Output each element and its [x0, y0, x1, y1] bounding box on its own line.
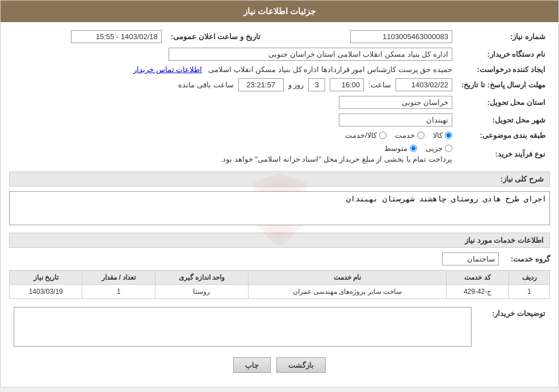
category-kala: کالا	[433, 131, 452, 140]
buyer-org-row: نام دستگاه خریدار: اداره کل بنیاد مسکن ا…	[9, 45, 550, 63]
announcement-date-box: 1403/02/18 - 15:55	[71, 30, 162, 43]
deadline-value: 1403/02/22 ساعت: 16:00 3 روز و 23:21:57 …	[9, 76, 457, 94]
back-button[interactable]: بازگشت	[276, 357, 326, 373]
purchase-type-radio-group: جزیی متوسط	[14, 144, 452, 153]
province-label: استان محل تحویل:	[457, 94, 550, 111]
services-table-header-row: ردیف کد خدمت نام خدمت واحد اندازه گیری ت…	[10, 271, 550, 285]
need-number-row: شماره نیاز: 1103005463000083 تاریخ و ساع…	[9, 28, 550, 45]
purchase-type-value: جزیی متوسط پرداخت تمام یا بخشی از مبلغ خ…	[9, 142, 457, 166]
table-cell-service_code: ج-42-429	[446, 285, 509, 299]
creator-text: حمیده حق پرست کارشناس امور قراردادها ادا…	[208, 65, 452, 74]
creator-label: ایجاد کننده درخواست:	[457, 63, 550, 76]
buyer-desc-table: توضیحات خریدار:	[9, 305, 550, 349]
table-cell-service_name: ساخت سایر پروژه‌های مهندسی عمران	[249, 285, 447, 299]
services-table-body: 1ج-42-429ساخت سایر پروژه‌های مهندسی عمرا…	[10, 285, 550, 299]
col-service-code: کد خدمت	[446, 271, 509, 285]
general-desc-textarea[interactable]	[9, 191, 550, 225]
content-area: شماره نیاز: 1103005463000083 تاریخ و ساع…	[1, 22, 558, 387]
page-wrapper: جزئیات اطلاعات نیاز شماره نیاز: 11030054…	[0, 0, 559, 387]
category-kala-khedmat-label: کالا/خدمت	[345, 131, 377, 140]
deadline-days-box: 3	[308, 78, 325, 91]
buyer-org-label: نام دستگاه خریدار:	[457, 45, 550, 63]
category-radio-group: کالا خدمت کالا/خدمت	[14, 131, 452, 140]
city-value: نهبندان	[9, 111, 457, 129]
province-box: خراسان جنوبی	[339, 96, 452, 109]
buyer-desc-label: توضیحات خریدار:	[476, 305, 550, 349]
category-kala-label: کالا	[433, 131, 443, 140]
general-desc-label: شرح کلی نیاز:	[500, 175, 544, 183]
general-desc-area: // We'll populate this via DOM after ren…	[9, 191, 550, 227]
purchase-type-note: پرداخت تمام یا بخشی از مبلغ خریداز محل "…	[14, 155, 452, 163]
col-date: تاریخ نیاز	[10, 271, 82, 285]
category-kala-khedmat: کالا/خدمت	[345, 131, 386, 140]
purchase-jozi-label: جزیی	[426, 144, 443, 153]
print-button[interactable]: چاپ	[233, 357, 271, 373]
buyer-org-value: اداره کل بنیاد مسکن انقلاب اسلامی استان …	[9, 45, 457, 63]
deadline-date-box: 1403/02/22	[396, 78, 452, 91]
category-kala-khedmat-radio[interactable]	[379, 132, 386, 139]
table-cell-unit: روستا	[155, 285, 248, 299]
buyer-org-box: اداره کل بنیاد مسکن انقلاب اسلامی استان …	[169, 48, 452, 61]
deadline-fields: 1403/02/22 ساعت: 16:00 3 روز و 23:21:57 …	[14, 78, 452, 91]
deadline-label: مهلت ارسال پاسخ: تا تاریخ:	[457, 76, 550, 94]
creator-value: حمیده حق پرست کارشناس امور قراردادها ادا…	[9, 63, 457, 76]
purchase-type-row: نوع فرآیند خرید: جزیی متوسط پرداخت تمام …	[9, 142, 550, 166]
col-service-name: نام خدمت	[249, 271, 447, 285]
service-group-label: گروه خدمت:	[505, 255, 550, 263]
purchase-jozi-radio[interactable]	[445, 145, 452, 152]
announcement-date-value: 1403/02/18 - 15:55	[9, 28, 166, 45]
table-cell-date: 1403/03/19	[10, 285, 82, 299]
services-table-head: ردیف کد خدمت نام خدمت واحد اندازه گیری ت…	[10, 271, 550, 285]
col-rownum: ردیف	[509, 271, 550, 285]
province-row: استان محل تحویل: خراسان جنوبی	[9, 94, 550, 111]
purchase-motevaset-radio[interactable]	[410, 145, 417, 152]
buyer-desc-cell	[9, 305, 476, 349]
purchase-motevaset-label: متوسط	[384, 144, 407, 153]
purchase-motevaset: متوسط	[384, 144, 417, 153]
announcement-date-label: تاریخ و ساعت اعلان عمومی:	[166, 28, 265, 45]
category-kala-radio[interactable]	[445, 132, 452, 139]
table-cell-row_num: 1	[509, 285, 550, 299]
service-group-row: گروه خدمت: ساختمان	[9, 252, 550, 265]
buyer-desc-row: توضیحات خریدار:	[9, 305, 550, 349]
deadline-remaining-box: 23:21:57	[238, 78, 284, 91]
deadline-days-label: روز و	[288, 81, 304, 89]
need-number-box: 1103005463000083	[350, 30, 452, 43]
province-value: خراسان جنوبی	[9, 94, 457, 111]
purchase-jozi: جزیی	[426, 144, 452, 153]
col-quantity: تعداد / مقدار	[82, 271, 155, 285]
deadline-row: مهلت ارسال پاسخ: تا تاریخ: 1403/02/22 سا…	[9, 76, 550, 94]
category-row: طبقه بندی موضوعی: کالا خدمت	[9, 129, 550, 142]
creator-row: ایجاد کننده درخواست: حمیده حق پرست کارشن…	[9, 63, 550, 76]
info-table: شماره نیاز: 1103005463000083 تاریخ و ساع…	[9, 28, 550, 166]
general-desc-content: // We'll populate this via DOM after ren…	[9, 191, 550, 227]
services-table: ردیف کد خدمت نام خدمت واحد اندازه گیری ت…	[9, 270, 550, 299]
service-group-value: ساختمان	[442, 252, 499, 265]
city-label: شهر محل تحویل:	[457, 111, 550, 129]
table-cell-quantity: 1	[82, 285, 155, 299]
category-khedmat: خدمت	[395, 131, 424, 140]
city-row: شهر محل تحویل: نهبندان	[9, 111, 550, 129]
col-unit: واحد اندازه گیری	[155, 271, 248, 285]
page-header: جزئیات اطلاعات نیاز	[1, 1, 558, 22]
deadline-time-label: ساعت:	[368, 81, 391, 89]
page-title: جزئیات اطلاعات نیاز	[243, 6, 316, 16]
table-row: 1ج-42-429ساخت سایر پروژه‌های مهندسی عمرا…	[10, 285, 550, 299]
need-number-value: 1103005463000083	[282, 28, 457, 45]
category-options: کالا خدمت کالا/خدمت	[9, 129, 457, 142]
need-number-label: شماره نیاز:	[457, 28, 550, 45]
category-khedmat-radio[interactable]	[417, 132, 424, 139]
category-label: طبقه بندی موضوعی:	[457, 129, 550, 142]
buyer-desc-box	[14, 307, 472, 347]
button-bar: بازگشت چاپ	[9, 357, 550, 373]
city-box: نهبندان	[339, 113, 452, 127]
contact-link[interactable]: اطلاعات تماس خریدار	[133, 65, 202, 74]
deadline-remaining-label: ساعت باقی مانده	[178, 81, 233, 89]
category-khedmat-label: خدمت	[395, 131, 415, 140]
purchase-type-label: نوع فرآیند خرید:	[457, 142, 550, 166]
deadline-time-box: 16:00	[330, 78, 364, 91]
